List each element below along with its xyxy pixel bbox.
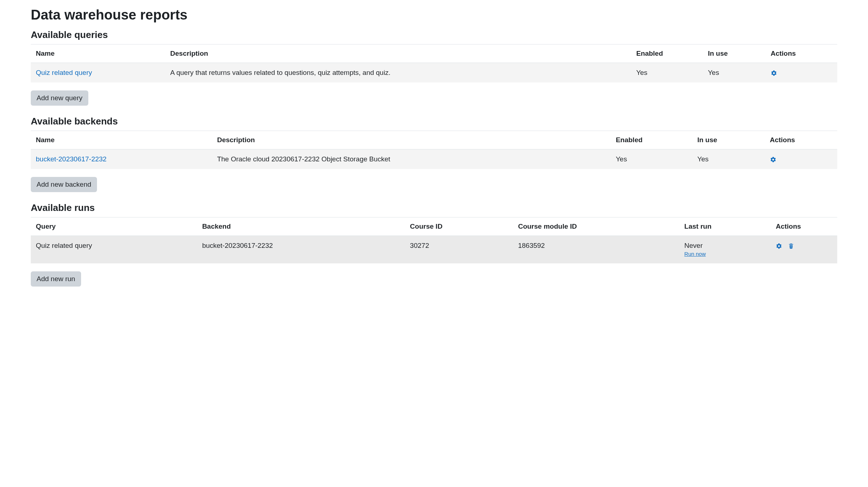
- table-row: Quiz related query A query that returns …: [31, 63, 837, 83]
- run-cmid: 1863592: [513, 236, 679, 264]
- runs-col-courseid: Course ID: [405, 217, 513, 236]
- run-lastrun: Never: [684, 242, 703, 249]
- backends-col-description: Description: [212, 131, 611, 149]
- add-query-button[interactable]: Add new query: [31, 90, 88, 106]
- run-query: Quiz related query: [31, 236, 197, 264]
- backends-col-inuse: In use: [692, 131, 764, 149]
- queries-heading: Available queries: [31, 29, 837, 41]
- runs-col-lastrun: Last run: [679, 217, 771, 236]
- run-courseid: 30272: [405, 236, 513, 264]
- backend-description: The Oracle cloud 20230617-2232 Object St…: [212, 149, 611, 169]
- backend-inuse: Yes: [692, 149, 764, 169]
- query-link[interactable]: Quiz related query: [36, 69, 92, 76]
- table-row: Quiz related query bucket-20230617-2232 …: [31, 236, 837, 264]
- backends-col-enabled: Enabled: [611, 131, 692, 149]
- runs-col-query: Query: [31, 217, 197, 236]
- queries-col-inuse: In use: [703, 45, 766, 63]
- query-enabled: Yes: [631, 63, 703, 83]
- queries-col-enabled: Enabled: [631, 45, 703, 63]
- queries-col-description: Description: [165, 45, 631, 63]
- backends-col-actions: Actions: [765, 131, 837, 149]
- add-run-button[interactable]: Add new run: [31, 271, 81, 287]
- runs-col-cmid: Course module ID: [513, 217, 679, 236]
- queries-col-actions: Actions: [766, 45, 837, 63]
- run-now-link[interactable]: Run now: [684, 251, 706, 257]
- runs-heading: Available runs: [31, 202, 837, 213]
- run-backend: bucket-20230617-2232: [197, 236, 405, 264]
- runs-table: Query Backend Course ID Course module ID…: [31, 217, 837, 263]
- add-backend-button[interactable]: Add new backend: [31, 177, 97, 192]
- backend-link[interactable]: bucket-20230617-2232: [36, 155, 106, 163]
- query-inuse: Yes: [703, 63, 766, 83]
- queries-table: Name Description Enabled In use Actions …: [31, 44, 837, 82]
- gear-icon[interactable]: [771, 70, 777, 76]
- backend-enabled: Yes: [611, 149, 692, 169]
- runs-col-actions: Actions: [771, 217, 837, 236]
- backends-col-name: Name: [31, 131, 212, 149]
- gear-icon[interactable]: [770, 156, 776, 163]
- gear-icon[interactable]: [776, 243, 782, 249]
- queries-col-name: Name: [31, 45, 165, 63]
- runs-col-backend: Backend: [197, 217, 405, 236]
- query-description: A query that returns values related to q…: [165, 63, 631, 83]
- backends-heading: Available backends: [31, 116, 837, 127]
- table-row: bucket-20230617-2232 The Oracle cloud 20…: [31, 149, 837, 169]
- trash-icon[interactable]: [788, 243, 794, 249]
- page-title: Data warehouse reports: [31, 7, 837, 23]
- backends-table: Name Description Enabled In use Actions …: [31, 131, 837, 169]
